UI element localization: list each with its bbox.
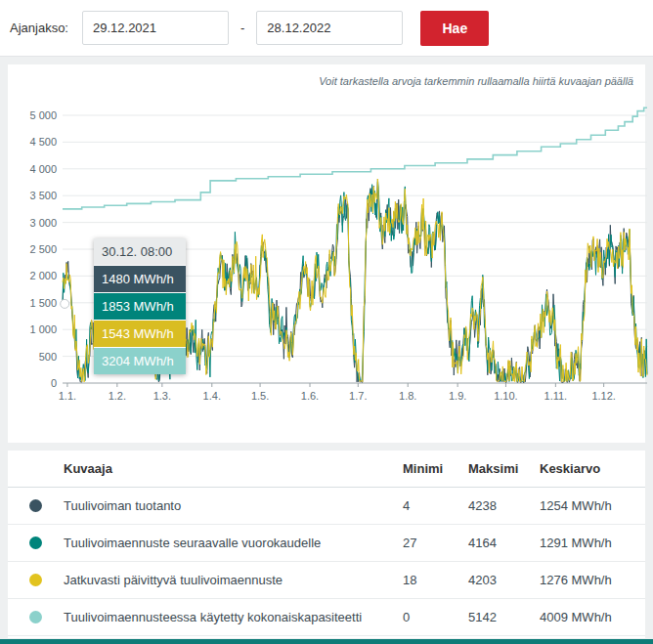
- series-min: 0: [403, 610, 468, 624]
- end-date-input[interactable]: [256, 11, 403, 45]
- y-axis-label: 4 000: [29, 163, 57, 175]
- series-avg: 1276 MWh/h: [540, 573, 645, 587]
- x-axis-label: 1.6.: [301, 390, 319, 402]
- y-axis-label: 500: [39, 351, 57, 363]
- series-avg: 1254 MWh/h: [540, 498, 645, 513]
- table-row-capacity: Tuulivoimaennusteessa käytetty kokonaisk…: [8, 599, 645, 636]
- series-min: 18: [403, 573, 468, 587]
- statistics-table: Kuvaaja Minimi Maksimi Keskiarvo Tuulivo…: [8, 451, 645, 638]
- y-axis-label: 3 000: [29, 217, 57, 229]
- series-max: 4164: [468, 536, 540, 550]
- table-row-forecast-updating: Jatkuvasti päivittyvä tuulivoimaennuste …: [8, 562, 645, 599]
- series-color-dot-forecast-updating: [29, 574, 42, 586]
- series-max: 5142: [468, 610, 540, 624]
- col-header-maksimi: Maksimi: [468, 461, 540, 476]
- chart-panel: Voit tarkastella arvoja tarkemmin rullaa…: [8, 64, 645, 443]
- x-axis-label: 1.7.: [349, 390, 367, 402]
- y-axis-label: 2 500: [29, 243, 57, 255]
- table-header-row: Kuvaaja Minimi Maksimi Keskiarvo: [8, 451, 645, 488]
- hover-marker-dot: [61, 299, 69, 308]
- series-color-dot-production: [29, 499, 42, 512]
- tooltip-value-forecast-updating: 1543 MWh/h: [94, 321, 186, 347]
- col-header-minimi: Minimi: [403, 461, 468, 476]
- x-axis-label: 1.2.: [109, 390, 126, 402]
- x-axis-label: 1.4.: [203, 390, 221, 402]
- tooltip-value-capacity: 3204 MWh/h: [94, 348, 186, 374]
- tooltip-value-production: 1480 MWh/h: [94, 266, 186, 292]
- col-header-keskiarvo: Keskiarvo: [540, 461, 645, 476]
- table-row-forecast-next-day: Tuulivoimaennuste seuraavalle vuorokaude…: [8, 525, 645, 562]
- x-axis-label: 1.9.: [449, 390, 466, 402]
- y-axis-label: 0: [51, 377, 57, 389]
- table-row-production: Tuulivoiman tuotanto 4 4238 1254 MWh/h: [8, 488, 645, 525]
- period-label: Ajanjakso:: [10, 21, 68, 35]
- series-label: Tuulivoimaennusteessa käytetty kokonaisk…: [64, 610, 362, 624]
- series-label: Tuulivoimaennuste seuraavalle vuorokaude…: [64, 536, 321, 550]
- footer-accent-bar: [0, 639, 653, 644]
- app-root: { "filter_bar": { "label": "Ajanjakso:",…: [0, 0, 653, 644]
- y-axis-label: 1 000: [29, 323, 57, 335]
- series-max: 4238: [468, 498, 540, 513]
- series-label: Jatkuvasti päivittyvä tuulivoimaennuste: [64, 573, 283, 587]
- date-range-separator: -: [240, 21, 244, 35]
- tooltip-timestamp: 30.12. 08:00: [94, 238, 186, 265]
- chart-tooltip: 30.12. 08:00 1480 MWh/h 1853 MWh/h 1543 …: [94, 238, 186, 374]
- series-avg: 1291 MWh/h: [540, 536, 645, 550]
- series-color-dot-capacity: [29, 611, 42, 623]
- start-date-input[interactable]: [82, 11, 229, 45]
- y-axis-label: 4 500: [29, 136, 57, 148]
- series-max: 4203: [468, 573, 540, 587]
- series-label: Tuulivoiman tuotanto: [64, 498, 181, 513]
- y-axis-label: 1 500: [29, 297, 57, 309]
- x-axis-label: 1.8.: [399, 390, 416, 402]
- series-min: 27: [403, 536, 468, 550]
- capacity-step-line: [63, 107, 647, 209]
- x-axis-label: 1.10.: [494, 390, 517, 402]
- col-header-kuvaaja: Kuvaaja: [8, 461, 403, 476]
- x-axis-label: 1.5.: [251, 390, 269, 402]
- y-axis-label: 3 500: [29, 190, 57, 201]
- x-axis-label: 1.11.: [544, 390, 568, 402]
- tooltip-value-forecast-next-day: 1853 MWh/h: [94, 293, 186, 320]
- search-button[interactable]: Hae: [420, 11, 489, 46]
- x-axis-label: 1.12.: [591, 390, 615, 402]
- series-color-dot-forecast-next-day: [29, 537, 42, 549]
- y-axis-label: 2 000: [29, 270, 57, 281]
- y-axis-label: 5 000: [29, 109, 57, 121]
- date-filter-bar: Ajanjakso: - Hae: [0, 0, 653, 57]
- x-axis-label: 1.1.: [59, 390, 76, 402]
- series-avg: 4009 MWh/h: [540, 610, 645, 624]
- series-min: 4: [403, 498, 468, 513]
- x-axis-label: 1.3.: [153, 390, 171, 402]
- zoom-hint-text: Voit tarkastella arvoja tarkemmin rullaa…: [16, 72, 637, 90]
